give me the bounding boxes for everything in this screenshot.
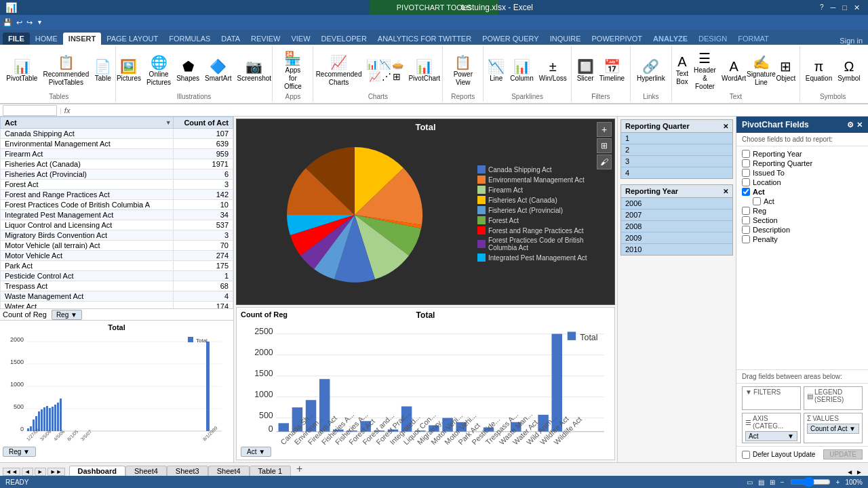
tab-inquire[interactable]: INQUIRE [545, 33, 587, 45]
reg-dropdown[interactable]: Reg ▼ [3, 447, 36, 457]
scatter-chart-icon[interactable]: ⋰ [382, 71, 391, 82]
field-cb-description[interactable] [742, 226, 750, 234]
more-charts-icon[interactable]: ⊞ [393, 71, 401, 82]
tab-analyze[interactable]: ANALYZE [648, 33, 693, 45]
close-btn[interactable]: ✕ [851, 3, 863, 12]
count-column-header[interactable]: Count of Act [173, 117, 233, 129]
year-filter-header[interactable]: Reporting Year ✕ [621, 185, 732, 198]
quarter-filter-item-2[interactable]: 2 [621, 144, 732, 156]
headerfooter-btn[interactable]: ☰Header& Footer [692, 48, 718, 93]
line-chart-icon[interactable]: 📉 [379, 59, 391, 70]
year-filter-2008[interactable]: 2008 [621, 221, 732, 232]
update-btn[interactable]: UPDATE [823, 449, 863, 460]
zoom-out-btn[interactable]: − [781, 479, 785, 486]
sheet-nav-next[interactable]: ► [35, 468, 46, 476]
quarter-filter-item-4[interactable]: 4 [621, 167, 732, 178]
quarter-filter-header[interactable]: Reporting Quarter ✕ [621, 120, 732, 133]
field-cb-issued-to[interactable] [742, 169, 750, 177]
field-act-sub[interactable]: Act [742, 197, 863, 206]
help-btn[interactable]: ? [817, 3, 827, 12]
tab-sheet4a[interactable]: Sheet4 [125, 466, 167, 476]
apps-office-btn[interactable]: 🏪Apps forOffice [278, 48, 307, 93]
add-sheet-btn[interactable]: + [291, 462, 308, 476]
equation-btn[interactable]: πEquation [804, 57, 834, 84]
sheet-nav-first[interactable]: ◄◄ [3, 468, 20, 476]
act-column-header[interactable]: Act ▼ [1, 117, 174, 129]
tab-view[interactable]: VIEW [285, 33, 315, 45]
area-chart-icon[interactable]: 📈 [369, 71, 380, 82]
tab-pagelayout[interactable]: PAGE LAYOUT [101, 33, 163, 45]
tab-formulas[interactable]: FORMULAS [163, 33, 216, 45]
field-cb-act[interactable] [742, 188, 750, 196]
winloss-sparkline-btn[interactable]: ±Win/Loss [537, 57, 569, 84]
tab-sheet4b[interactable]: Sheet4 [208, 466, 250, 476]
fields-settings-icon[interactable]: ⚙ [847, 121, 854, 129]
hyperlink-btn[interactable]: 🔗Hyperlink [635, 56, 667, 84]
pivotchart-btn[interactable]: 📊PivotChart [406, 56, 442, 84]
formula-input[interactable] [73, 106, 865, 115]
tab-insert[interactable]: INSERT [63, 33, 101, 45]
screenshot-btn[interactable]: 📷Screenshot [235, 56, 274, 84]
chart-style-btn[interactable]: 🖌 [597, 155, 612, 169]
sheet-nav-prev[interactable]: ◄ [22, 468, 33, 476]
tab-powerpivot[interactable]: POWERPIVOT [587, 33, 648, 45]
recommended-charts-btn[interactable]: 📈RecommendedCharts [314, 52, 364, 89]
tab-design[interactable]: DESIGN [693, 33, 732, 45]
sheet-nav-last[interactable]: ►► [47, 468, 65, 476]
filters-area-box[interactable]: ▼FILTERS [742, 386, 801, 410]
quarter-filter-item-3[interactable]: 3 [621, 156, 732, 167]
power-view-btn[interactable]: 📋PowerView [452, 52, 475, 89]
tab-table1[interactable]: Table 1 [250, 466, 291, 476]
zoom-in-btn[interactable]: + [836, 479, 840, 486]
field-section[interactable]: Section [742, 216, 863, 225]
field-issued-to[interactable]: Issued To [742, 168, 863, 178]
year-filter-2009[interactable]: 2009 [621, 232, 732, 244]
year-filter-2007[interactable]: 2007 [621, 209, 732, 221]
tab-format[interactable]: FORMAT [732, 33, 774, 45]
field-cb-penalty[interactable] [742, 235, 750, 243]
tab-review[interactable]: REVIEW [245, 33, 285, 45]
textbox-btn[interactable]: ATextBox [674, 52, 690, 88]
minimize-btn[interactable]: ─ [828, 3, 839, 12]
signin-link[interactable]: Sign in [840, 37, 863, 45]
quarter-filter-close[interactable]: ✕ [723, 123, 728, 130]
year-filter-2010[interactable]: 2010 [621, 244, 732, 255]
field-location[interactable]: Location [742, 178, 863, 187]
field-act[interactable]: Act [742, 187, 863, 197]
field-cb-location[interactable] [742, 178, 750, 186]
recommended-pivottables-btn[interactable]: 📋 RecommendedPivotTables [41, 52, 90, 89]
table-btn[interactable]: 📄 Table [92, 56, 114, 84]
object-btn[interactable]: ⊞Object [774, 56, 797, 84]
page-layout-icon[interactable]: ▤ [758, 479, 764, 486]
axis-area-box[interactable]: ☰AXIS (CATEG... Act▼ [742, 413, 801, 443]
scroll-right[interactable]: ► [856, 468, 863, 476]
pictures-btn[interactable]: 🖼️Pictures [115, 56, 143, 84]
field-cb-reporting-year[interactable] [742, 150, 750, 158]
tab-dashboard[interactable]: Dashboard [69, 466, 125, 476]
year-filter-close[interactable]: ✕ [723, 188, 728, 195]
defer-update-checkbox[interactable] [742, 451, 750, 459]
undo-qat[interactable]: ↩ [16, 18, 22, 27]
save-qat[interactable]: 💾 [3, 18, 12, 27]
field-penalty[interactable]: Penalty [742, 235, 863, 244]
reg-badge[interactable]: Reg ▼ [52, 310, 82, 320]
pivottable-btn[interactable]: 📊 PivotTable [3, 56, 40, 84]
field-reg[interactable]: Reg [742, 206, 863, 216]
field-cb-reg[interactable] [742, 207, 750, 215]
signature-btn[interactable]: ✍️SignatureLine [749, 52, 772, 89]
pie-chart-icon[interactable]: 🥧 [392, 59, 403, 70]
chart-zoom-btn[interactable]: + [597, 122, 612, 137]
column-sparkline-btn[interactable]: 📊Column [508, 56, 535, 84]
line-sparkline-btn[interactable]: 📉Line [486, 56, 507, 84]
wordart-btn[interactable]: AWordArt [719, 57, 749, 84]
year-filter-2006[interactable]: 2006 [621, 198, 732, 209]
tab-analytics[interactable]: ANALYTICS FOR TWITTER [372, 33, 477, 45]
redo-qat[interactable]: ↪ [26, 18, 33, 27]
zoom-slider[interactable] [790, 479, 831, 485]
shapes-btn[interactable]: ⬟Shapes [174, 56, 201, 84]
page-break-icon[interactable]: ⊞ [770, 479, 775, 486]
tab-file[interactable]: FILE [3, 33, 30, 45]
smartart-btn[interactable]: 🔷SmartArt [203, 56, 233, 84]
quarter-filter-item-1[interactable]: 1 [621, 133, 732, 144]
tab-home[interactable]: HOME [30, 33, 63, 45]
